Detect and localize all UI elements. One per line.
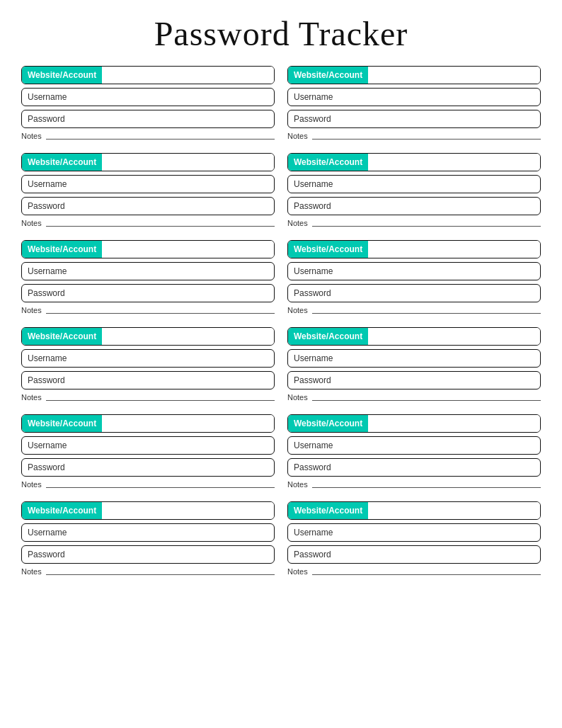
notes-label: Notes <box>287 480 308 490</box>
notes-label: Notes <box>21 480 42 490</box>
password-field[interactable]: Password <box>21 371 275 389</box>
website-input-area[interactable] <box>102 415 274 432</box>
password-field[interactable]: Password <box>287 458 541 477</box>
website-field[interactable]: Website/Account <box>287 327 541 346</box>
password-field[interactable]: Password <box>21 197 275 215</box>
left-column: Website/Account Username Password Notes … <box>21 66 275 588</box>
username-field[interactable]: Username <box>21 262 275 280</box>
website-input-area[interactable] <box>368 502 540 519</box>
notes-row: Notes <box>287 567 541 577</box>
password-field[interactable]: Password <box>287 284 541 302</box>
password-field[interactable]: Password <box>287 197 541 215</box>
website-input-area[interactable] <box>102 328 274 345</box>
right-entry-3: Website/Account Username Password Notes <box>287 240 541 322</box>
username-label: Username <box>28 440 67 450</box>
username-label: Username <box>294 528 333 538</box>
username-field[interactable]: Username <box>21 436 275 455</box>
website-field[interactable]: Website/Account <box>21 327 275 346</box>
password-label: Password <box>28 462 65 472</box>
username-label: Username <box>294 92 333 102</box>
username-field[interactable]: Username <box>287 262 541 280</box>
password-label: Password <box>294 550 331 559</box>
username-label: Username <box>28 92 67 102</box>
website-input-area[interactable] <box>368 328 540 345</box>
website-field[interactable]: Website/Account <box>21 153 275 171</box>
password-field[interactable]: Password <box>21 458 275 477</box>
right-entry-4: Website/Account Username Password Notes <box>287 327 541 409</box>
website-field[interactable]: Website/Account <box>287 153 541 171</box>
username-field[interactable]: Username <box>287 88 541 106</box>
notes-line <box>312 487 541 488</box>
password-field[interactable]: Password <box>287 110 541 128</box>
username-field[interactable]: Username <box>21 175 275 193</box>
password-field[interactable]: Password <box>287 371 541 389</box>
username-field[interactable]: Username <box>21 349 275 368</box>
website-account-label: Website/Account <box>22 328 102 345</box>
username-field[interactable]: Username <box>287 436 541 455</box>
columns-wrapper: Website/Account Username Password Notes … <box>21 66 541 588</box>
notes-line <box>46 139 275 140</box>
notes-label: Notes <box>21 567 42 577</box>
username-field[interactable]: Username <box>287 175 541 193</box>
website-field[interactable]: Website/Account <box>21 240 275 258</box>
notes-label: Notes <box>21 219 42 229</box>
left-entry-6: Website/Account Username Password Notes <box>21 501 275 583</box>
username-label: Username <box>294 353 333 363</box>
notes-line <box>46 400 275 401</box>
right-entry-6: Website/Account Username Password Notes <box>287 501 541 583</box>
username-label: Username <box>294 440 333 450</box>
notes-label: Notes <box>21 132 42 142</box>
website-field[interactable]: Website/Account <box>21 414 275 433</box>
website-field[interactable]: Website/Account <box>287 414 541 433</box>
notes-label: Notes <box>21 306 42 316</box>
website-field[interactable]: Website/Account <box>287 501 541 520</box>
password-field[interactable]: Password <box>21 284 275 302</box>
notes-line <box>46 574 275 575</box>
username-label: Username <box>294 179 333 189</box>
notes-line <box>312 400 541 401</box>
username-field[interactable]: Username <box>287 349 541 368</box>
username-field[interactable]: Username <box>21 523 275 542</box>
website-account-label: Website/Account <box>22 415 102 432</box>
website-input-area[interactable] <box>368 415 540 432</box>
username-label: Username <box>28 266 67 276</box>
password-label: Password <box>294 375 331 385</box>
website-input-area[interactable] <box>102 241 274 258</box>
left-entry-5: Website/Account Username Password Notes <box>21 414 275 496</box>
password-field[interactable]: Password <box>21 110 275 128</box>
password-field[interactable]: Password <box>21 545 275 564</box>
notes-label: Notes <box>287 219 308 229</box>
username-field[interactable]: Username <box>287 523 541 542</box>
notes-row: Notes <box>21 567 275 577</box>
website-account-label: Website/Account <box>22 241 102 258</box>
website-field[interactable]: Website/Account <box>287 240 541 258</box>
website-input-area[interactable] <box>102 502 274 519</box>
website-input-area[interactable] <box>102 154 274 171</box>
website-input-area[interactable] <box>368 241 540 258</box>
website-input-area[interactable] <box>368 154 540 171</box>
website-account-label: Website/Account <box>288 328 368 345</box>
website-account-label: Website/Account <box>22 67 102 84</box>
username-label: Username <box>28 353 67 363</box>
notes-line <box>312 139 541 140</box>
notes-line <box>46 487 275 488</box>
website-account-label: Website/Account <box>288 67 368 84</box>
website-field[interactable]: Website/Account <box>21 66 275 84</box>
notes-label: Notes <box>287 306 308 316</box>
notes-row: Notes <box>287 306 541 316</box>
password-field[interactable]: Password <box>287 545 541 564</box>
username-field[interactable]: Username <box>21 88 275 106</box>
notes-row: Notes <box>21 132 275 142</box>
notes-row: Notes <box>21 393 275 403</box>
website-input-area[interactable] <box>368 67 540 84</box>
left-entry-4: Website/Account Username Password Notes <box>21 327 275 409</box>
website-field[interactable]: Website/Account <box>287 66 541 84</box>
notes-row: Notes <box>287 393 541 403</box>
password-label: Password <box>294 201 331 211</box>
password-label: Password <box>294 462 331 472</box>
notes-label: Notes <box>21 393 42 403</box>
website-account-label: Website/Account <box>288 415 368 432</box>
website-input-area[interactable] <box>102 67 274 84</box>
right-entry-1: Website/Account Username Password Notes <box>287 66 541 147</box>
website-field[interactable]: Website/Account <box>21 501 275 520</box>
